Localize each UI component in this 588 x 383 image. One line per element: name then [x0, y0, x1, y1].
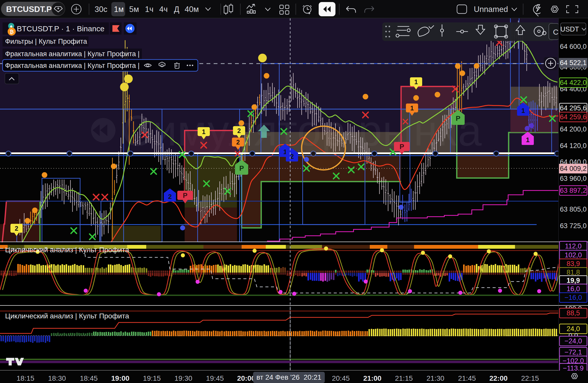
svg-text:81,8: 81,8 — [567, 269, 580, 276]
svg-text:64 600,0: 64 600,0 — [560, 43, 586, 50]
svg-text:102,0: 102,0 — [565, 251, 582, 259]
svg-text:19,9: 19,9 — [567, 277, 580, 284]
svg-text:Циклический анализ | Культ Про: Циклический анализ | Культ Профита — [5, 246, 129, 254]
svg-text:P: P — [239, 165, 244, 172]
svg-text:4ч: 4ч — [159, 5, 168, 14]
svg-text:Фрактальная аналитика | Культ: Фрактальная аналитика | Культ Профита | — [5, 62, 140, 69]
svg-text:64 009,2: 64 009,2 — [560, 165, 586, 172]
svg-text:19:30: 19:30 — [174, 374, 192, 382]
svg-text:₿: ₿ — [10, 29, 14, 35]
svg-text:63 725,0: 63 725,0 — [560, 222, 586, 230]
svg-text:19:00: 19:00 — [111, 374, 129, 382]
svg-text:20:00: 20:00 — [237, 374, 255, 382]
svg-text:−16,0: −16,0 — [565, 294, 582, 301]
svg-text:24,0: 24,0 — [567, 325, 580, 333]
svg-text:1: 1 — [414, 78, 418, 85]
svg-text:83,9: 83,9 — [567, 260, 580, 268]
svg-text:16,0: 16,0 — [567, 285, 580, 293]
svg-text:20:45: 20:45 — [332, 374, 350, 382]
svg-text:64 422,0: 64 422,0 — [560, 79, 586, 86]
svg-text:18:45: 18:45 — [80, 374, 98, 382]
svg-text:64 295,6: 64 295,6 — [560, 104, 586, 112]
svg-text:5м: 5м — [129, 5, 139, 14]
svg-text:1: 1 — [526, 136, 530, 144]
svg-text:18:30: 18:30 — [48, 374, 66, 382]
svg-text:64 522,1: 64 522,1 — [560, 59, 586, 67]
svg-text:2: 2 — [236, 139, 240, 146]
svg-text:2: 2 — [15, 225, 18, 232]
svg-text:Циклический анализ | Культ Про: Циклический анализ | Культ Профита — [5, 312, 129, 320]
svg-text:64 200,0: 64 200,0 — [560, 125, 586, 133]
svg-text:C: C — [553, 28, 558, 36]
svg-text:USDT: USDT — [560, 25, 579, 33]
svg-text:BTCUSDT.P · 1 · Binance: BTCUSDT.P · 1 · Binance — [17, 24, 105, 33]
svg-text:Unnamed: Unnamed — [474, 5, 508, 14]
svg-text:63 960,0: 63 960,0 — [560, 175, 586, 182]
svg-text:64 120,0: 64 120,0 — [560, 142, 586, 150]
svg-text:21:00: 21:00 — [363, 374, 381, 382]
svg-text:19:45: 19:45 — [206, 374, 224, 382]
svg-text:63 897,2: 63 897,2 — [560, 187, 586, 194]
svg-text:2: 2 — [290, 153, 294, 160]
svg-text:−24,0: −24,0 — [565, 337, 582, 345]
svg-text:88,5: 88,5 — [567, 309, 580, 317]
svg-text:Фрактальная аналитика | Культ: Фрактальная аналитика | Культ Профита | — [5, 50, 140, 58]
svg-text:22:15: 22:15 — [521, 374, 539, 382]
svg-text:P: P — [183, 192, 187, 199]
svg-text:1ч: 1ч — [145, 5, 153, 14]
svg-text:64 259,6: 64 259,6 — [560, 113, 586, 121]
svg-text:1: 1 — [521, 107, 525, 114]
svg-text:−72,1: −72,1 — [565, 348, 582, 356]
svg-text:Фильтры | Культ Профита: Фильтры | Культ Профита — [5, 38, 87, 45]
svg-text:2: 2 — [237, 127, 241, 134]
svg-text:BTCUSDT.P: BTCUSDT.P — [6, 5, 52, 14]
svg-text:P: P — [400, 143, 404, 151]
svg-text:40м: 40м — [185, 5, 199, 14]
svg-text:19:15: 19:15 — [143, 374, 161, 382]
svg-text:30с: 30с — [95, 5, 107, 14]
svg-text:21:30: 21:30 — [427, 374, 444, 382]
svg-text:22:00: 22:00 — [489, 374, 508, 382]
svg-text:2: 2 — [168, 193, 172, 200]
svg-text:1: 1 — [410, 105, 414, 112]
svg-text:18:15: 18:15 — [17, 374, 34, 382]
svg-text:112,0: 112,0 — [565, 242, 582, 250]
svg-text:63 805,0: 63 805,0 — [560, 205, 586, 213]
svg-text:вт 24 Фев '26 20:21: вт 24 Фев '26 20:21 — [256, 373, 321, 381]
svg-text:1: 1 — [202, 128, 205, 135]
svg-text:21:45: 21:45 — [458, 374, 476, 382]
svg-text:1м: 1м — [114, 5, 124, 14]
svg-text:21:15: 21:15 — [395, 374, 413, 382]
svg-text:P: P — [456, 115, 460, 122]
svg-text:Д: Д — [174, 5, 179, 14]
